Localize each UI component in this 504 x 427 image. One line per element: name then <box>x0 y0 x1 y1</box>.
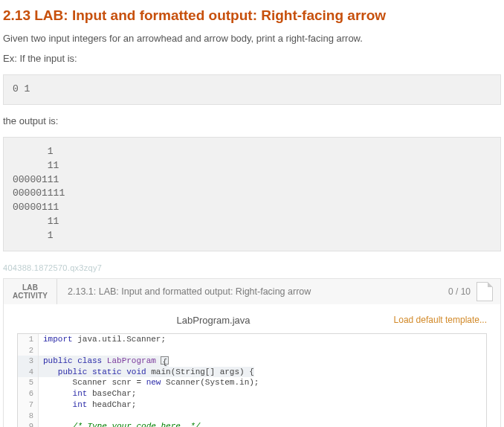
line-number: 6 <box>18 388 39 399</box>
line-number: 9 <box>18 421 39 427</box>
code-line[interactable]: 8 <box>18 411 486 421</box>
code-content[interactable]: import java.util.Scanner; <box>39 334 166 345</box>
code-line[interactable]: 7 int headChar; <box>18 399 486 411</box>
example-intro: Ex: If the input is: <box>0 53 504 71</box>
output-intro: the output is: <box>0 115 504 134</box>
code-line[interactable]: 3public class LabProgram { <box>18 356 486 367</box>
code-line[interactable]: 9 /* Type your code here. */ <box>18 421 486 427</box>
lab-header: LAB ACTIVITY 2.13.1: LAB: Input and form… <box>4 279 500 304</box>
code-content[interactable]: int baseChar; <box>39 388 136 399</box>
code-line[interactable]: 6 int baseChar; <box>18 388 486 399</box>
code-line[interactable]: 2 <box>18 345 486 356</box>
line-number: 8 <box>18 411 39 421</box>
lab-badge: LAB ACTIVITY <box>4 279 57 304</box>
code-content[interactable]: public class LabProgram { <box>39 356 169 367</box>
line-number: 4 <box>18 367 39 378</box>
code-line[interactable]: 1import java.util.Scanner; <box>18 334 486 345</box>
page-title: 2.13 LAB: Input and formatted output: Ri… <box>0 0 504 33</box>
code-content[interactable]: public static void main(String[] args) { <box>39 367 254 378</box>
code-content[interactable]: int headChar; <box>39 399 136 411</box>
code-content[interactable]: /* Type your code here. */ <box>39 421 200 427</box>
code-content[interactable] <box>39 411 43 421</box>
example-input-box: 0 1 <box>3 74 501 105</box>
watermark-text: 404388.1872570.qx3zqy7 <box>0 262 504 278</box>
code-content[interactable]: Scanner scnr = new Scanner(System.in); <box>39 377 259 388</box>
line-number: 5 <box>18 377 39 388</box>
lab-title: 2.13.1: LAB: Input and formatted output:… <box>57 279 448 304</box>
line-number: 2 <box>18 345 39 356</box>
code-line[interactable]: 4 public static void main(String[] args)… <box>18 367 486 378</box>
line-number: 1 <box>18 334 39 345</box>
lab-activity-card: LAB ACTIVITY 2.13.1: LAB: Input and form… <box>3 278 501 427</box>
file-bar: LabProgram.java Load default template... <box>4 304 500 333</box>
line-number: 7 <box>18 399 39 411</box>
code-editor[interactable]: 1import java.util.Scanner;23public class… <box>17 333 487 427</box>
lab-badge-top: LAB <box>22 283 38 292</box>
lab-score: 0 / 10 <box>448 279 500 304</box>
code-line[interactable]: 5 Scanner scnr = new Scanner(System.in); <box>18 377 486 388</box>
score-page-icon <box>476 282 493 301</box>
example-output-box: 1 11 00000111 000001111 00000111 11 1 <box>3 137 501 251</box>
cursor-indicator: { <box>161 356 169 365</box>
description-text: Given two input integers for an arrowhea… <box>0 33 504 53</box>
filename-label: LabProgram.java <box>177 315 251 326</box>
lab-badge-bottom: ACTIVITY <box>13 292 48 300</box>
code-content[interactable] <box>39 345 43 356</box>
load-default-template-link[interactable]: Load default template... <box>394 315 487 325</box>
line-number: 3 <box>18 356 39 367</box>
score-text: 0 / 10 <box>448 286 471 297</box>
